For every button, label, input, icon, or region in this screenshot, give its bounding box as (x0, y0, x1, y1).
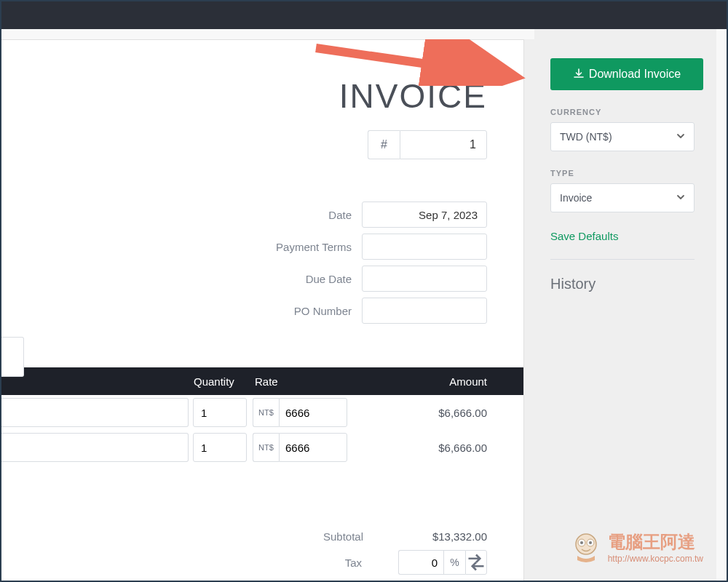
tax-label: Tax (345, 557, 362, 569)
date-input[interactable] (362, 202, 487, 228)
col-rate: Rate (255, 375, 349, 388)
invoice-panel: INVOICE # Date Payment Terms Due Date PO… (1, 39, 524, 582)
payment-terms-label: Payment Terms (276, 241, 352, 253)
quantity-input[interactable] (193, 398, 247, 427)
hash-icon: # (368, 130, 400, 159)
history-heading: History (550, 276, 703, 292)
table-header: Quantity Rate Amount (1, 367, 523, 395)
due-date-input[interactable] (362, 266, 487, 292)
date-label: Date (328, 209, 352, 221)
chevron-down-icon (676, 131, 685, 143)
subtotal-label: Subtotal (323, 530, 363, 543)
currency-label: CURRENCY (550, 108, 703, 116)
swap-tax-type-icon[interactable] (465, 550, 487, 575)
rate-input[interactable] (279, 398, 347, 427)
left-field-stub[interactable] (1, 337, 24, 377)
payment-terms-input[interactable] (362, 234, 487, 260)
col-quantity: Quantity (194, 375, 255, 388)
invoice-number-input[interactable] (400, 130, 487, 159)
currency-prefix: NT$ (253, 398, 279, 427)
divider (550, 259, 695, 260)
due-date-label: Due Date (306, 273, 352, 285)
save-defaults-link[interactable]: Save Defaults (550, 230, 618, 242)
totals-section: Subtotal $13,332.00 Tax % (1, 530, 523, 575)
type-value: Invoice (560, 192, 592, 204)
col-amount: Amount (349, 375, 523, 388)
po-number-label: PO Number (294, 305, 352, 317)
table-row: NT$ $6,666.00 (1, 430, 523, 465)
invoice-number-group: # (1, 130, 523, 159)
percent-icon: % (443, 550, 465, 575)
download-icon (573, 68, 585, 80)
top-bar (1, 1, 727, 29)
download-invoice-button[interactable]: Download Invoice (550, 58, 703, 90)
line-items-table: Quantity Rate Amount NT$ $6,666.00 NT$ (1, 367, 523, 465)
page-title: INVOICE (1, 76, 523, 116)
tax-input[interactable] (398, 550, 443, 575)
currency-value: TWD (NT$) (560, 131, 612, 143)
amount-value: $6,666.00 (347, 442, 523, 454)
po-number-input[interactable] (362, 298, 487, 324)
description-input[interactable] (1, 433, 189, 462)
download-label: Download Invoice (589, 68, 681, 81)
table-row: NT$ $6,666.00 (1, 395, 523, 430)
currency-prefix: NT$ (253, 433, 279, 462)
currency-select[interactable]: TWD (NT$) (550, 122, 695, 151)
type-label: TYPE (550, 169, 703, 178)
quantity-input[interactable] (193, 433, 247, 462)
subtotal-value: $13,332.00 (400, 530, 487, 543)
sidebar: Download Invoice CURRENCY TWD (NT$) TYPE… (534, 29, 716, 581)
rate-input[interactable] (279, 433, 347, 462)
chevron-down-icon (676, 192, 685, 204)
description-input[interactable] (1, 398, 189, 427)
type-select[interactable]: Invoice (550, 183, 695, 212)
amount-value: $6,666.00 (347, 407, 523, 419)
